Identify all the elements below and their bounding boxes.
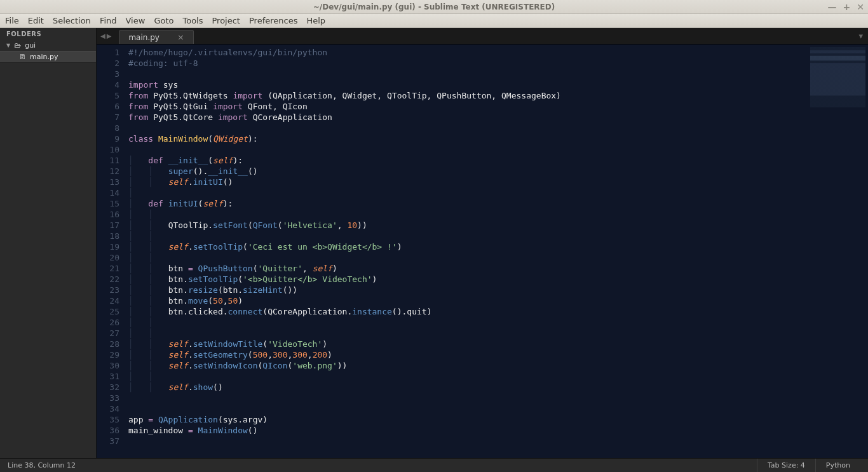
tab-back-icon[interactable]: ◀ [100,32,105,39]
sidebar-header: FOLDERS [0,28,96,40]
menubar: File Edit Selection Find View Goto Tools… [0,14,868,28]
minimize-icon[interactable]: — [828,2,837,12]
disclosure-triangle-icon: ▼ [6,43,10,48]
syntax-mode[interactable]: Python [815,459,860,472]
folder-label: gui [25,41,36,50]
statusbar: Line 38, Column 12 Tab Size: 4 Python [0,458,868,472]
tab-history-nav: ◀ ▶ [97,28,115,44]
menu-project[interactable]: Project [212,16,240,25]
menu-find[interactable]: Find [100,16,117,25]
close-icon[interactable]: ✕ [857,2,864,12]
menu-preferences[interactable]: Preferences [249,16,297,25]
sidebar: FOLDERS ▼ 🗁 gui 🖹 main.py [0,28,97,458]
line-number-gutter: 1234567891011121314151617181920212223242… [97,44,126,458]
menu-view[interactable]: View [126,16,146,25]
tab-dropdown-icon[interactable]: ▾ [858,31,863,41]
tab-label: main.py [128,33,159,42]
tab-forward-icon[interactable]: ▶ [107,32,112,39]
file-label: main.py [30,53,58,61]
tab-close-icon[interactable]: × [177,32,184,42]
code-area[interactable]: 1234567891011121314151617181920212223242… [97,44,868,458]
window-title: ~/Dev/gui/main.py (gui) - Sublime Text (… [313,3,555,11]
tab-main-py[interactable]: main.py × [119,30,193,44]
cursor-position[interactable]: Line 38, Column 12 [8,461,76,469]
window-titlebar: ~/Dev/gui/main.py (gui) - Sublime Text (… [0,0,868,14]
window-controls: — + ✕ [828,2,864,12]
editor-pane: ◀ ▶ main.py × ▾ 123456789101112131415161… [97,28,868,458]
folder-icon: 🗁 [14,41,21,50]
workspace: FOLDERS ▼ 🗁 gui 🖹 main.py ◀ ▶ main.py × … [0,28,868,458]
tabbar: ◀ ▶ main.py × ▾ [97,28,868,44]
menu-edit[interactable]: Edit [28,16,44,25]
tab-size[interactable]: Tab Size: 4 [757,459,815,472]
sidebar-folder[interactable]: ▼ 🗁 gui [0,40,96,51]
menu-selection[interactable]: Selection [53,16,91,25]
menu-help[interactable]: Help [306,16,325,25]
menu-goto[interactable]: Goto [154,16,173,25]
maximize-icon[interactable]: + [843,2,851,12]
menu-tools[interactable]: Tools [182,16,203,25]
minimap-viewport [810,47,865,107]
sidebar-file[interactable]: 🖹 main.py [0,51,96,63]
menu-file[interactable]: File [5,16,19,25]
minimap[interactable] [808,44,868,458]
code-text[interactable]: #!/home/hugo/.virtualenvs/gui/bin/python… [126,44,808,458]
file-icon: 🖹 [19,53,26,61]
